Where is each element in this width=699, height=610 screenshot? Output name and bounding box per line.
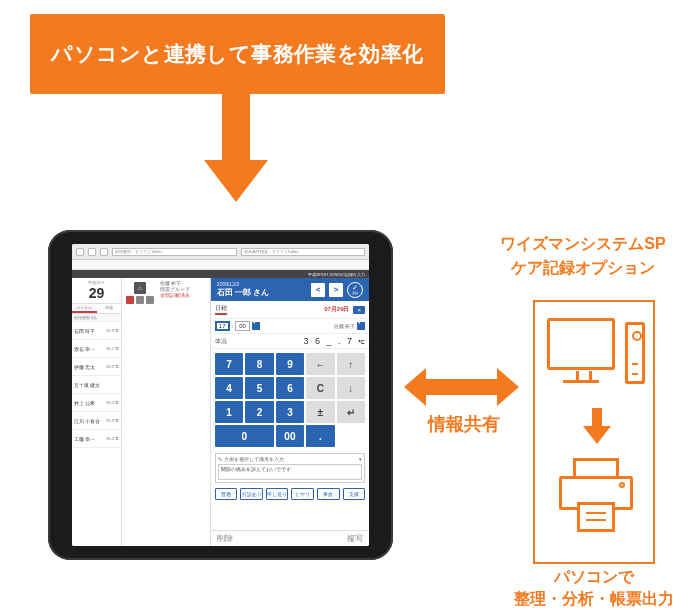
chip[interactable]: 事故: [317, 488, 340, 500]
browser-tab-1[interactable]: 利用者別：すぐろくTablet: [112, 248, 237, 256]
chevron-left-icon[interactable]: <: [311, 283, 325, 297]
system-title: ワイズマンシステムSP ケア記録オプション: [470, 232, 696, 280]
system-caption-line2: 整理・分析・帳票出力: [514, 590, 674, 607]
bottom-bar: 削除 複写: [211, 530, 369, 546]
temperature-value: 3 6 _ . 7: [303, 336, 354, 346]
key-2[interactable]: 2: [245, 401, 273, 423]
tile-icon[interactable]: [126, 296, 134, 304]
left-sidebar: 平成26年 29 バイタル 体温 利用者数 6名 石田 玲子35.9℃ 赤石 幸…: [72, 278, 122, 546]
key-clear[interactable]: C: [306, 377, 334, 399]
subtab-schedule[interactable]: 日程: [215, 304, 227, 315]
browser-tab-2[interactable]: 表示条件指定：すぐろくTablet: [241, 248, 366, 256]
key-down[interactable]: ↓: [337, 377, 365, 399]
time-hour-input[interactable]: 17: [215, 321, 230, 331]
key-8[interactable]: 8: [245, 353, 273, 375]
chip[interactable]: ヒヤリ: [291, 488, 314, 500]
recorder-dropdown-icon[interactable]: [357, 322, 365, 330]
key-back[interactable]: ←: [306, 353, 334, 375]
key-5[interactable]: 5: [245, 377, 273, 399]
headline-banner: パソコンと連携して事務作業を効率化: [30, 14, 445, 94]
browser-toolbar: 利用者別：すぐろくTablet 表示条件指定：すぐろくTablet: [72, 244, 369, 260]
check-icon: ✓: [352, 284, 358, 291]
center-column: ⌂ 佐藤 裕子 部屋グループ 全部記載済み: [122, 278, 210, 546]
sub-date: 07月29日: [324, 305, 349, 314]
tablet-screen: 利用者別：すぐろくTablet 表示条件指定：すぐろくTablet 平成26年0…: [72, 244, 369, 546]
key-dot[interactable]: .: [306, 425, 334, 447]
system-title-line2: ケア記録オプション: [511, 259, 655, 276]
copy-icon[interactable]: 複写: [347, 533, 363, 544]
detail-subbar: 日程 07月29日 ×: [211, 301, 369, 319]
chip[interactable]: 支援: [343, 488, 366, 500]
temperature-label: 体温: [215, 337, 227, 346]
user-row[interactable]: 五十嵐 健太: [72, 376, 121, 394]
browser-fwd-icon[interactable]: [88, 248, 96, 256]
browser-back-icon[interactable]: [76, 248, 84, 256]
tab-vital[interactable]: バイタル: [72, 304, 97, 313]
user-row[interactable]: 伊藤 宏太36.0℃: [72, 358, 121, 376]
tile-icon[interactable]: [146, 296, 154, 304]
memo-dropdown-icon[interactable]: ▾: [359, 456, 362, 462]
user-row[interactable]: 江川 小百合35.9℃: [72, 412, 121, 430]
temperature-unit: ℃: [358, 338, 365, 345]
time-min-input[interactable]: 00: [235, 321, 250, 331]
key-0[interactable]: 0: [215, 425, 274, 447]
date-selector[interactable]: 平成26年 29: [72, 278, 121, 304]
memo-label: 文例を選択して備考を入力: [224, 456, 284, 462]
notice-bar: 平成26年07月29日の記録を入力: [72, 270, 369, 278]
arrow-down-icon: [204, 92, 268, 207]
key-sign[interactable]: ±: [306, 401, 334, 423]
arrow-down-small-icon: [583, 408, 611, 446]
key-1[interactable]: 1: [215, 401, 243, 423]
pencil-icon: ✎: [218, 456, 222, 462]
close-icon[interactable]: ×: [353, 306, 365, 314]
user-row[interactable]: 赤石 幸一36.1℃: [72, 340, 121, 358]
key-3[interactable]: 3: [276, 401, 304, 423]
desktop-pc-icon: [547, 318, 645, 394]
chevron-right-icon[interactable]: >: [329, 283, 343, 297]
tile-icon[interactable]: [136, 296, 144, 304]
memo-input[interactable]: 関節の痛みを訴えておいでです: [218, 464, 362, 480]
share-label: 情報共有: [414, 412, 514, 436]
detail-name: 石田 一郎: [217, 288, 251, 297]
recorded-by: 佐藤 裕子: [334, 323, 355, 329]
home-icon[interactable]: ⌂: [134, 282, 146, 294]
printer-icon: [559, 458, 633, 538]
system-box: [533, 300, 655, 564]
headline-text: パソコンと連携して事務作業を効率化: [51, 40, 423, 68]
save-button[interactable]: ✓ 登録: [347, 282, 363, 298]
tab-temp[interactable]: 体温: [97, 304, 122, 313]
user-row[interactable]: 工藤 幸一36.4℃: [72, 430, 121, 448]
detail-date: 2008/12/3: [217, 281, 269, 287]
chip[interactable]: 申し送り: [266, 488, 289, 500]
detail-name-suffix: さん: [253, 288, 269, 297]
memo-section: ✎ 文例を選択して備考を入力 ▾ 関節の痛みを訴えておいでです: [215, 453, 365, 483]
key-up[interactable]: ↑: [337, 353, 365, 375]
system-caption: パソコンで 整理・分析・帳票出力: [486, 566, 699, 610]
key-4[interactable]: 4: [215, 377, 243, 399]
app-menubar: [72, 260, 369, 270]
trash-icon[interactable]: 削除: [217, 533, 233, 544]
user-list-header: 利用者数 6名: [72, 314, 121, 322]
time-row: 17 : 00 佐藤 裕子: [211, 319, 369, 334]
temperature-row: 体温 3 6 _ . 7 ℃: [211, 334, 369, 349]
numeric-keypad: 7 8 9 ← ↑ 4 5 6 C ↓ 1 2 3 ± ↵ 0 00: [211, 349, 369, 451]
time-dropdown-icon[interactable]: [252, 322, 260, 330]
browser-reload-icon[interactable]: [100, 248, 108, 256]
system-caption-line1: パソコンで: [554, 568, 634, 585]
key-9[interactable]: 9: [276, 353, 304, 375]
sub-tab-record[interactable]: 全部記載済み: [160, 292, 208, 298]
tablet-device: 利用者別：すぐろくTablet 表示条件指定：すぐろくTablet 平成26年0…: [48, 230, 393, 560]
key-enter[interactable]: ↵: [337, 401, 365, 423]
key-6[interactable]: 6: [276, 377, 304, 399]
detail-header: 2008/12/3 石田 一郎 さん < > ✓ 登録: [211, 278, 369, 301]
key-7[interactable]: 7: [215, 353, 243, 375]
key-00[interactable]: 00: [276, 425, 304, 447]
system-title-line1: ワイズマンシステムSP: [500, 235, 665, 252]
user-row[interactable]: 井上 公希36.4℃: [72, 394, 121, 412]
chip[interactable]: 普通: [215, 488, 238, 500]
detail-panel: 2008/12/3 石田 一郎 さん < > ✓ 登録 日程 07月29日: [210, 278, 369, 546]
tag-chips: 普通 打診あり 申し送り ヒヤリ 事故 支援: [211, 485, 369, 503]
chip[interactable]: 打診あり: [240, 488, 263, 500]
user-row[interactable]: 石田 玲子35.9℃: [72, 322, 121, 340]
arrow-left-right-icon: [404, 368, 519, 406]
